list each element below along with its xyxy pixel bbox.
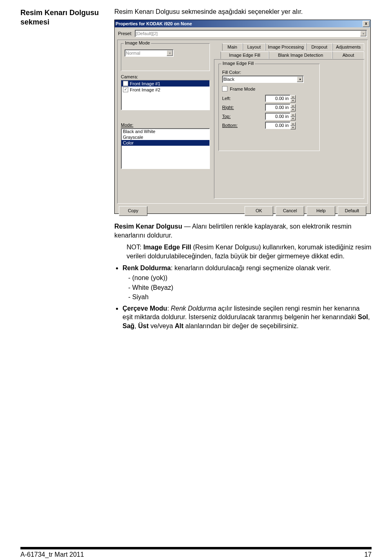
mode-item-1: Black and White bbox=[123, 129, 155, 134]
image-mode-legend: Image Mode bbox=[124, 40, 151, 45]
spinner-icon[interactable]: ▴▾ bbox=[290, 122, 296, 129]
help-button[interactable]: Help bbox=[307, 206, 335, 216]
tab-dropout[interactable]: Dropout bbox=[306, 43, 332, 51]
default-button[interactable]: Default bbox=[338, 206, 366, 216]
list-item[interactable]: ✓ Front Image #2 bbox=[121, 87, 209, 93]
footer-left: A-61734_tr Mart 2011 bbox=[20, 551, 84, 558]
image-mode-combo[interactable]: Normal ▾ bbox=[125, 49, 174, 57]
p1-bold: Resim Kenar Dolgusu bbox=[114, 223, 182, 230]
chevron-down-icon[interactable]: ▾ bbox=[167, 50, 173, 56]
bullet-renk-doldurma: Renk Doldurma: kenarların doldurulacağı … bbox=[122, 264, 372, 301]
sub-white: - White (Beyaz) bbox=[128, 283, 372, 292]
titlebar: Properties for KODAK i920 on None x bbox=[115, 20, 370, 27]
b2-bold: Çerçeve Modu bbox=[122, 305, 167, 312]
list-item[interactable]: ✓ Front Image #1 bbox=[121, 80, 209, 87]
checkbox-icon[interactable]: ✓ bbox=[123, 87, 128, 92]
footer-right: 17 bbox=[364, 551, 372, 558]
page-footer: A-61734_tr Mart 2011 17 bbox=[0, 549, 392, 560]
bottom-label: Bottom: bbox=[222, 123, 241, 128]
bottom-input[interactable]: 0.00 in ▴▾ bbox=[265, 122, 290, 129]
list-item[interactable]: Grayscale bbox=[121, 134, 209, 140]
camera-listbox[interactable]: ✓ Front Image #1 ✓ Front Image #2 bbox=[121, 80, 210, 110]
top-input[interactable]: 0.00 in ▴▾ bbox=[265, 113, 290, 120]
tab-adjustments[interactable]: Adjustments bbox=[332, 43, 364, 51]
tab-main[interactable]: Main bbox=[222, 43, 243, 51]
mode-item-2: Grayscale bbox=[123, 135, 143, 140]
tab-image-processing[interactable]: Image Processing bbox=[265, 43, 306, 51]
framemode-checkbox[interactable] bbox=[222, 86, 227, 91]
camera-item-1: Front Image #1 bbox=[130, 81, 160, 86]
preset-combo[interactable]: [Default][2] ▾ bbox=[135, 30, 367, 37]
fillcolor-label: Fill Color: bbox=[222, 70, 316, 75]
tab-content: Image Edge Fill Fill Color: Black ▾ Fram… bbox=[214, 59, 364, 199]
chevron-down-icon[interactable]: ▾ bbox=[360, 31, 366, 36]
top-label: Top: bbox=[222, 114, 241, 119]
b2-italic: Renk Doldurma bbox=[171, 305, 216, 312]
mode-listbox[interactable]: Black and White Grayscale Color bbox=[121, 128, 210, 169]
tab-about[interactable]: About bbox=[332, 51, 364, 59]
close-icon[interactable]: x bbox=[363, 21, 370, 27]
checkbox-icon[interactable]: ✓ bbox=[123, 81, 128, 86]
mode-label: Mode: bbox=[121, 122, 210, 127]
left-input[interactable]: 0.00 in ▴▾ bbox=[265, 95, 290, 102]
list-item[interactable]: Color bbox=[121, 140, 209, 146]
cancel-button[interactable]: Cancel bbox=[276, 206, 304, 216]
note-lead: NOT: bbox=[127, 244, 143, 251]
properties-dialog: Properties for KODAK i920 on None x Pres… bbox=[114, 20, 371, 214]
tab-blank-image-detection[interactable]: Blank Image Detection bbox=[269, 51, 332, 59]
copy-button[interactable]: Copy bbox=[119, 206, 147, 216]
image-mode-value: Normal bbox=[126, 51, 140, 56]
b1-rest: : kenarların doldurulacağı rengi seçmeni… bbox=[171, 264, 331, 271]
b1-bold: Renk Doldurma bbox=[122, 264, 171, 271]
sub-none: - (none (yok)) bbox=[128, 273, 372, 282]
chevron-down-icon[interactable]: ▾ bbox=[297, 76, 303, 82]
note-bold: Image Edge Fill bbox=[143, 244, 191, 251]
window-title: Properties for KODAK i920 on None bbox=[116, 21, 192, 26]
list-item[interactable]: Black and White bbox=[121, 129, 209, 134]
heading-line2: sekmesi bbox=[20, 18, 49, 26]
ok-button[interactable]: OK bbox=[245, 206, 273, 216]
mode-item-3: Color bbox=[123, 140, 134, 145]
preset-label: Preset: bbox=[118, 31, 132, 36]
heading-line1: Resim Kenarı Dolgusu bbox=[20, 9, 99, 17]
intro-text: Resim Kenarı Dolgusu sekmesinde aşağıdak… bbox=[114, 8, 372, 16]
body-text: Resim Kenar Dolgusu — Alanı belirtilen r… bbox=[114, 222, 372, 331]
bullet-cerceve-modu: Çerçeve Modu: Renk Doldurma açılır liste… bbox=[122, 304, 372, 331]
spinner-icon[interactable]: ▴▾ bbox=[290, 95, 296, 102]
spinner-icon[interactable]: ▴▾ bbox=[290, 113, 296, 120]
right-label: Right: bbox=[222, 105, 241, 110]
framemode-label: Frame Mode bbox=[230, 87, 255, 91]
preset-value: [Default][2] bbox=[136, 31, 158, 36]
section-heading: Resim Kenarı Dolgusu sekmesi bbox=[20, 8, 102, 27]
fillcolor-value: Black bbox=[223, 77, 234, 82]
spinner-icon[interactable]: ▴▾ bbox=[290, 104, 296, 111]
camera-label: Camera: bbox=[121, 74, 210, 79]
tab-image-edge-fill[interactable]: Image Edge Fill bbox=[220, 51, 269, 59]
right-input[interactable]: 0.00 in ▴▾ bbox=[265, 104, 290, 111]
tab-layout[interactable]: Layout bbox=[243, 43, 265, 51]
camera-item-2: Front Image #2 bbox=[130, 87, 160, 92]
left-label: Left: bbox=[222, 96, 241, 101]
sub-siyah: - Siyah bbox=[128, 293, 372, 302]
edgefill-legend: Image Edge Fill bbox=[221, 61, 255, 66]
fillcolor-combo[interactable]: Black ▾ bbox=[222, 76, 304, 83]
